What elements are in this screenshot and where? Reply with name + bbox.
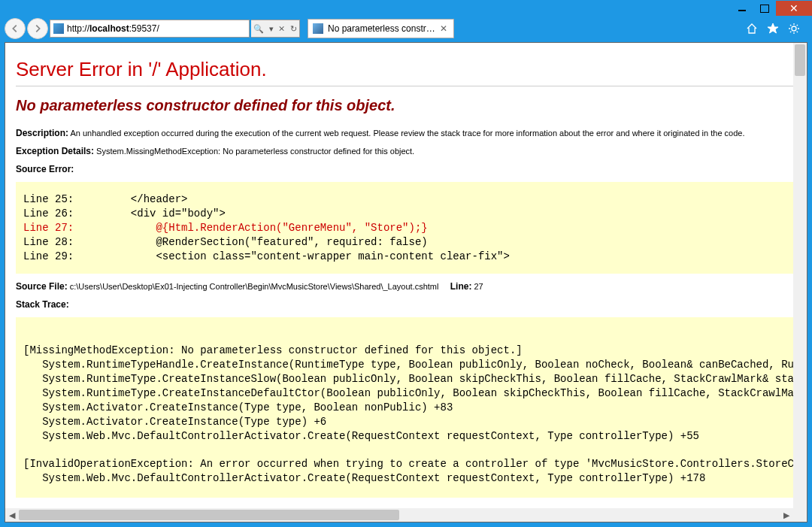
arrow-right-icon bbox=[32, 23, 43, 34]
gear-icon[interactable] bbox=[788, 23, 800, 35]
source-file-label: Source File: bbox=[16, 281, 68, 292]
exception-text: System.MissingMethodException: No parame… bbox=[96, 147, 414, 156]
browser-right-controls bbox=[746, 23, 807, 35]
scroll-corner bbox=[793, 508, 807, 522]
search-icon[interactable]: 🔍 bbox=[252, 24, 265, 34]
exception-section: Exception Details: System.MissingMethodE… bbox=[16, 146, 796, 156]
code-line-26: Line 26: <div id="body"> bbox=[23, 207, 226, 220]
error-heading: No parameterless constructor defined for… bbox=[16, 97, 796, 114]
source-file-section: Source File: c:\Users\User\Desktop\Ex01-… bbox=[16, 281, 796, 292]
dropdown-icon[interactable]: ▾ bbox=[268, 24, 275, 34]
titlebar: ✕ bbox=[0, 0, 812, 17]
browser-window: ✕ http://localhost:59537/ 🔍 ▾ ⨯ ↻ No par… bbox=[0, 0, 812, 527]
stack-trace-label-section: Stack Trace: bbox=[16, 299, 796, 310]
page-body: Server Error in '/' Application. No para… bbox=[5, 43, 807, 508]
description-text: An unhandled exception occurred during t… bbox=[70, 129, 744, 138]
vertical-scroll-thumb[interactable] bbox=[795, 44, 805, 76]
arrow-left-icon bbox=[10, 23, 20, 34]
maximize-button[interactable] bbox=[753, 1, 776, 16]
content-viewport: Server Error in '/' Application. No para… bbox=[5, 42, 807, 522]
stack-trace-label: Stack Trace: bbox=[16, 299, 69, 310]
tab-close-button[interactable]: ✕ bbox=[438, 23, 449, 34]
horizontal-scrollbar[interactable]: ◀ ▶ bbox=[5, 508, 793, 522]
line-value: 27 bbox=[474, 282, 483, 291]
code-line-28: Line 28: @RenderSection("featured", requ… bbox=[23, 236, 428, 248]
code-line-25: Line 25: </header> bbox=[23, 193, 187, 205]
home-icon[interactable] bbox=[746, 23, 758, 35]
line-label: Line: bbox=[450, 281, 472, 292]
ie-favicon-icon bbox=[53, 23, 64, 34]
horizontal-scroll-track[interactable] bbox=[19, 508, 780, 522]
browser-tab[interactable]: No parameterless construct... ✕ bbox=[308, 19, 454, 38]
source-error-label: Source Error: bbox=[16, 164, 74, 174]
stack-trace-box: [MissingMethodException: No parameterles… bbox=[16, 317, 796, 498]
page-title: Server Error in '/' Application. bbox=[16, 58, 796, 81]
vertical-scrollbar[interactable] bbox=[793, 43, 807, 508]
address-controls: 🔍 ▾ ⨯ ↻ bbox=[251, 20, 300, 38]
source-code-box: Line 25: </header> Line 26: <div id="bod… bbox=[16, 182, 796, 274]
source-error-label-section: Source Error: bbox=[16, 164, 796, 174]
refresh-icon[interactable]: ↻ bbox=[289, 24, 298, 34]
url-text: http://localhost:59537/ bbox=[67, 23, 159, 34]
svg-point-0 bbox=[792, 26, 796, 31]
exception-label: Exception Details: bbox=[16, 146, 94, 156]
code-line-27-error: Line 27: @{Html.RenderAction("GenreMenu"… bbox=[23, 222, 428, 234]
error-page: Server Error in '/' Application. No para… bbox=[5, 43, 807, 508]
star-icon[interactable] bbox=[767, 23, 779, 35]
source-file-value: c:\Users\User\Desktop\Ex01-Injecting Con… bbox=[70, 282, 439, 291]
address-bar[interactable]: http://localhost:59537/ bbox=[50, 20, 250, 38]
code-line-29: Line 29: <section class="content-wrapper… bbox=[23, 250, 510, 262]
close-button[interactable]: ✕ bbox=[776, 1, 812, 16]
tab-title: No parameterless construct... bbox=[328, 23, 438, 34]
horizontal-scroll-thumb[interactable] bbox=[19, 510, 399, 520]
page-favicon-icon bbox=[313, 23, 323, 34]
minimize-button[interactable] bbox=[731, 1, 753, 16]
scroll-left-arrow-icon[interactable]: ◀ bbox=[5, 508, 19, 522]
forward-button[interactable] bbox=[27, 18, 48, 39]
back-button[interactable] bbox=[5, 18, 26, 39]
scroll-right-arrow-icon[interactable]: ▶ bbox=[780, 508, 793, 522]
browser-toolbar: http://localhost:59537/ 🔍 ▾ ⨯ ↻ No param… bbox=[5, 17, 807, 41]
description-label: Description: bbox=[16, 128, 68, 138]
stop-icon[interactable]: ⨯ bbox=[277, 24, 286, 34]
divider bbox=[16, 86, 796, 86]
description-section: Description: An unhandled exception occu… bbox=[16, 128, 796, 138]
